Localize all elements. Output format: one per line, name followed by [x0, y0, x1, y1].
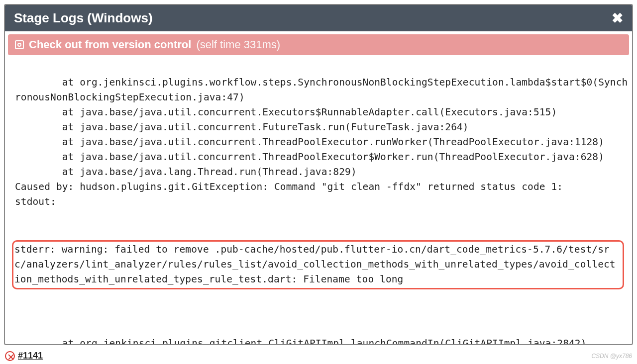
stage-logs-modal: Stage Logs (Windows) ✖ Check out from ve… — [4, 4, 633, 345]
modal-title: Stage Logs (Windows) — [14, 10, 153, 26]
close-icon[interactable]: ✖ — [612, 10, 623, 26]
step-name: Check out from version control — [29, 38, 191, 51]
step-header[interactable]: Check out from version control (self tim… — [8, 34, 629, 55]
watermark: CSDN @yx786 — [591, 353, 632, 360]
build-link[interactable]: #1141 — [18, 351, 43, 361]
log-post-highlight: at org.jenkinsci.plugins.gitclient.CliGi… — [15, 321, 628, 344]
modal-header: Stage Logs (Windows) ✖ — [5, 5, 632, 31]
build-status: #1141 — [5, 351, 43, 361]
expand-icon — [15, 40, 24, 49]
error-icon — [5, 351, 15, 361]
page-footer: #1141 CSDN @yx786 — [5, 351, 632, 361]
step-self-time: (self time 331ms) — [196, 38, 280, 51]
log-output[interactable]: at org.jenkinsci.plugins.workflow.steps.… — [8, 55, 629, 344]
modal-body: Check out from version control (self tim… — [5, 31, 632, 344]
log-pre-highlight: at org.jenkinsci.plugins.workflow.steps.… — [15, 75, 628, 209]
log-highlighted-error: stderr: warning: failed to remove .pub-c… — [12, 240, 624, 289]
